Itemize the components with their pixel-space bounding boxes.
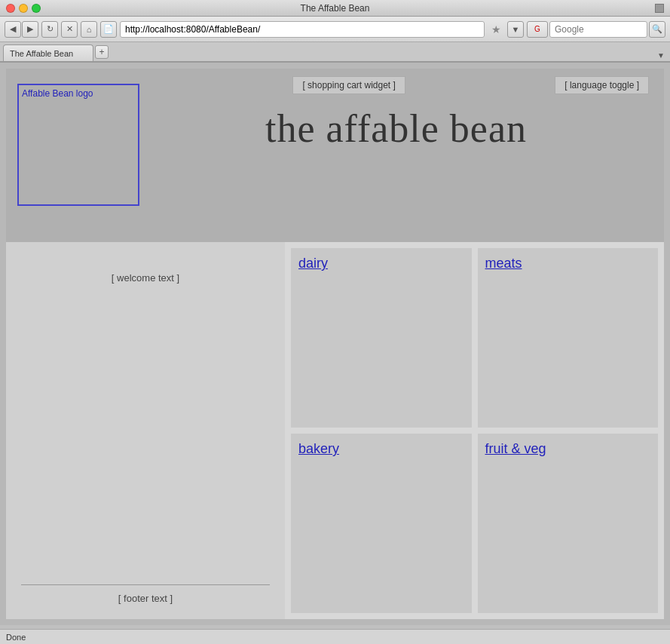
category-dairy-link[interactable]: dairy	[298, 256, 328, 271]
bookmark-dropdown[interactable]: ▼	[507, 21, 524, 38]
window-controls	[6, 4, 41, 13]
category-bakery-link[interactable]: bakery	[298, 441, 339, 457]
sidebar: [ welcome text ] [ footer text ]	[6, 242, 285, 619]
cart-widget[interactable]: [ shopping cart widget ]	[292, 76, 405, 94]
footer-area: [ footer text ]	[21, 584, 270, 604]
address-bar: 📄 ★ ▼	[100, 21, 524, 38]
browser-chrome: The Affable Bean ◀ ▶ ↻ ✕ ⌂ 📄 ★ ▼ G 🔍 The…	[0, 0, 670, 63]
logo-box: Affable Bean logo	[17, 84, 139, 206]
welcome-text: [ welcome text ]	[21, 257, 270, 299]
category-grid: dairy meats bakery fruit & veg	[285, 242, 664, 619]
search-bar: G 🔍	[527, 21, 665, 38]
category-meats[interactable]: meats	[478, 248, 659, 428]
site-title: the affable bean	[265, 106, 527, 151]
logo-label: Affable Bean logo	[22, 88, 93, 99]
category-fruit-veg[interactable]: fruit & veg	[478, 434, 659, 613]
search-button[interactable]: 🔍	[649, 21, 665, 38]
page-wrapper: [ shopping cart widget ] [ language togg…	[0, 63, 670, 625]
site-header: [ shopping cart widget ] [ language togg…	[6, 69, 664, 242]
footer-text: [ footer text ]	[21, 593, 270, 604]
window-title: The Affable Bean	[301, 3, 370, 14]
search-engine-icon: G	[527, 21, 548, 38]
main-content: [ welcome text ] [ footer text ] dairy m…	[6, 242, 664, 619]
status-text: Done	[6, 633, 26, 642]
stop-button[interactable]: ✕	[61, 21, 78, 38]
close-button[interactable]	[6, 4, 15, 13]
search-input[interactable]	[549, 21, 647, 38]
back-forward-group: ◀ ▶	[5, 21, 38, 38]
tab-options-button[interactable]: ▼	[655, 49, 667, 61]
maximize-button[interactable]	[32, 4, 41, 13]
status-bar: Done	[0, 629, 670, 644]
forward-button[interactable]: ▶	[22, 21, 38, 38]
new-tab-button[interactable]: +	[95, 45, 109, 59]
refresh-button[interactable]: ↻	[41, 21, 58, 38]
title-bar: The Affable Bean	[0, 0, 670, 17]
nav-bar: ◀ ▶ ↻ ✕ ⌂ 📄 ★ ▼ G 🔍	[0, 17, 670, 42]
category-fruit-veg-link[interactable]: fruit & veg	[485, 441, 546, 457]
back-button[interactable]: ◀	[5, 21, 21, 38]
bookmark-button[interactable]: ★	[488, 21, 504, 38]
language-toggle[interactable]: [ language toggle ]	[555, 76, 649, 94]
url-input[interactable]	[120, 21, 485, 38]
category-meats-link[interactable]: meats	[485, 256, 522, 271]
tab-label: The Affable Bean	[10, 49, 73, 58]
minimize-button[interactable]	[19, 4, 28, 13]
category-dairy[interactable]: dairy	[291, 248, 472, 428]
tab-bar: The Affable Bean + ▼	[0, 42, 670, 62]
window-resize-button[interactable]	[655, 4, 664, 13]
home-button[interactable]: ⌂	[81, 21, 97, 38]
active-tab[interactable]: The Affable Bean	[3, 44, 93, 61]
category-bakery[interactable]: bakery	[291, 434, 472, 613]
page-icon: 📄	[100, 21, 117, 38]
